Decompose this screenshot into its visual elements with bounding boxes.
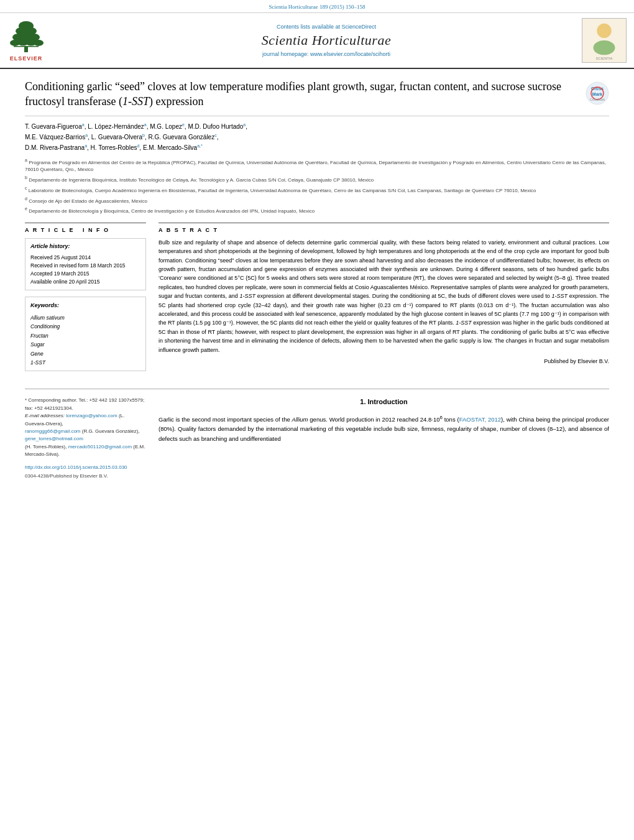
section-title-text: Introduction <box>368 398 408 405</box>
svg-point-15 <box>594 40 615 55</box>
svg-text:SCIENTIA: SCIENTIA <box>596 57 613 60</box>
bottom-section: * Corresponding author. Tel.: +52 442 19… <box>0 389 634 492</box>
article-body-two-col: A R T I C L E I N F O Article history: R… <box>25 223 609 372</box>
article-history-title: Article history: <box>30 242 140 251</box>
accepted-date: Accepted 19 March 2015 <box>30 270 140 278</box>
affiliation-d: d Consejo de Ajo del Estado de Aguascali… <box>25 196 609 205</box>
keyword-6: 1-SST <box>30 358 140 367</box>
article-info-box: Article history: Received 25 August 2014… <box>25 238 146 291</box>
page: Scientia Horticulturae 189 (2015) 150–15… <box>0 0 634 840</box>
journal-title-area: Contents lists available at ScienceDirec… <box>81 18 572 63</box>
keywords-box: Keywords: Allium sativum Conditioning Fr… <box>25 297 146 371</box>
svg-text:CrossMark: CrossMark <box>590 98 605 101</box>
article-title-section: Conditioning garlic “seed” cloves at low… <box>25 79 609 116</box>
introduction-title: 1. Introduction <box>158 397 609 408</box>
sciencedirect-prefix: Contents lists available at <box>277 24 342 30</box>
keyword-5: Gene <box>30 349 140 358</box>
journal-citation: Scientia Horticulturae 189 (2015) 150–15… <box>269 4 365 10</box>
email-affil-2: (R.G. Guevara González), <box>82 428 140 434</box>
affiliations: a Programa de Posgrado en Alimentos del … <box>25 157 609 215</box>
svg-point-14 <box>597 24 611 38</box>
journal-header: ELSEVIER Contents lists available at Sci… <box>0 13 634 69</box>
keyword-2: Conditioning <box>30 322 140 331</box>
article-content: Conditioning garlic “seed” cloves at low… <box>0 69 634 379</box>
abstract-text: Bulb size and regularity of shape and ab… <box>158 238 609 354</box>
corresponding-label: * Corresponding author. Tel.: +52 442 19… <box>25 397 144 410</box>
homepage-label: journal homepage: <box>262 51 309 57</box>
section-number: 1. <box>360 398 365 405</box>
elsevier-text: ELSEVIER <box>10 55 43 62</box>
affiliation-e: e Departamento de Biotecnología y Bioquí… <box>25 206 609 215</box>
authors: T. Guevara-Figueroaa, L. López-Hernández… <box>25 121 609 154</box>
faostat-link[interactable]: FAOSTAT, 2012 <box>459 416 501 423</box>
journal-homepage: journal homepage: www.elsevier.com/locat… <box>262 51 390 57</box>
introduction-text: Garlic is the second most important spec… <box>158 414 609 443</box>
elsevier-logo-area: ELSEVIER <box>7 18 76 63</box>
doi-url[interactable]: http://dx.doi.org/10.1016/j.scienta.2015… <box>25 464 127 470</box>
journal-logo-icon: SCIENTIA <box>582 18 626 63</box>
email-ranomggg[interactable]: ranomggg66@gmail.com <box>25 428 81 434</box>
abstract-header: A B S T R A C T <box>158 227 609 233</box>
svg-point-12 <box>34 40 44 46</box>
keyword-4: Sugar <box>30 340 140 349</box>
journal-logo-area: SCIENTIA <box>577 18 627 63</box>
svg-text:Mark: Mark <box>592 92 602 96</box>
keywords-title: Keywords: <box>30 301 140 310</box>
corresponding-text: * Corresponding author. Tel.: +52 442 19… <box>25 397 146 458</box>
left-column: A R T I C L E I N F O Article history: R… <box>25 223 146 372</box>
issn-line: 0304-4238/Published by Elsevier B.V. <box>25 473 146 480</box>
elsevier-tree-icon <box>7 20 45 54</box>
keyword-1: Allium sativum <box>30 313 140 322</box>
journal-title: Scientia Horticulturae <box>262 32 391 48</box>
sciencedirect-link[interactable]: Contents lists available at ScienceDirec… <box>277 24 376 30</box>
article-info-header: A R T I C L E I N F O <box>25 227 146 233</box>
email-mercado[interactable]: mercado501120@gmail.com <box>68 444 132 450</box>
affiliation-c: c Laboratorio de Biotecnología, Cuerpo A… <box>25 185 609 195</box>
available-date: Available online 20 April 2015 <box>30 278 140 286</box>
received-revised-date: Received in revised form 18 March 2015 <box>30 262 140 270</box>
journal-citation-bar: Scientia Horticulturae 189 (2015) 150–15… <box>0 0 634 13</box>
corresponding-info: * Corresponding author. Tel.: +52 442 19… <box>25 397 146 480</box>
article-title: Conditioning garlic “seed” cloves at low… <box>25 79 586 109</box>
keyword-3: Fructan <box>30 331 140 340</box>
sciencedirect-url[interactable]: ScienceDirect <box>342 24 377 30</box>
homepage-url[interactable]: www.elsevier.com/locate/scihorti <box>310 51 390 57</box>
received-date: Received 25 August 2014 <box>30 254 140 262</box>
email-label: E-mail addresses: <box>25 413 66 418</box>
email-lorenzago[interactable]: lorenzago@yahoo.com <box>66 413 117 418</box>
right-column: A B S T R A C T Bulb size and regularity… <box>158 223 609 372</box>
published-by: Published by Elsevier B.V. <box>158 358 609 364</box>
affiliation-a: a Programa de Posgrado en Alimentos del … <box>25 157 609 174</box>
journal-logo: SCIENTIA <box>582 18 627 63</box>
doi-link[interactable]: http://dx.doi.org/10.1016/j.scienta.2015… <box>25 464 146 471</box>
svg-rect-2 <box>14 46 39 47</box>
introduction-section: 1. Introduction Garlic is the second mos… <box>158 397 609 480</box>
elsevier-logo: ELSEVIER <box>7 20 45 62</box>
email-h-torres: (H. Torres-Robles), <box>25 444 67 450</box>
email-gene-torres[interactable]: gene_torres@hotmail.com <box>25 436 83 441</box>
affiliation-b: b Departamento de Ingeniería Bioquímica,… <box>25 175 609 184</box>
crossmark-badge[interactable]: Cross Mark CrossMark <box>586 81 609 105</box>
